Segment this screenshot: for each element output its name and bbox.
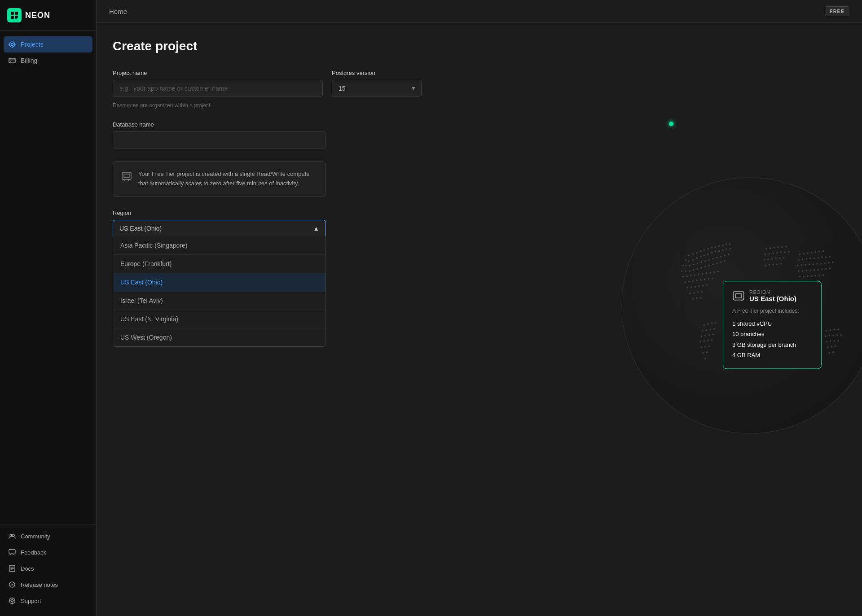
topbar-title: Home: [109, 8, 127, 15]
svg-point-103: [690, 286, 692, 288]
svg-rect-29: [124, 174, 129, 178]
billing-icon: [8, 57, 16, 65]
svg-point-141: [781, 246, 783, 248]
svg-point-139: [774, 247, 775, 249]
logo-text: NEON: [25, 11, 50, 20]
svg-point-151: [767, 258, 769, 260]
region-option-frankfurt[interactable]: Europe (Frankfurt): [113, 255, 325, 273]
svg-point-219: [802, 270, 804, 272]
sidebar-item-release-notes[interactable]: Release notes: [4, 577, 92, 593]
region-tooltip-features: 1 shared vCPU 10 branches 3 GB storage p…: [732, 319, 812, 361]
svg-point-193: [803, 253, 805, 255]
region-option-ohio[interactable]: US East (Ohio): [113, 273, 325, 292]
svg-point-80: [712, 263, 714, 265]
region-option-n-virginia[interactable]: US East (N. Virginia): [113, 310, 325, 328]
svg-point-224: [821, 269, 823, 271]
region-option-tel-aviv[interactable]: Israel (Tel Aviv): [113, 292, 325, 310]
community-icon: [8, 532, 16, 540]
sidebar-item-support[interactable]: Support: [4, 593, 92, 609]
database-name-input[interactable]: neondb: [113, 131, 326, 149]
svg-point-63: [697, 262, 699, 264]
svg-point-225: [825, 268, 827, 270]
svg-point-40: [711, 247, 713, 249]
svg-point-147: [780, 251, 782, 253]
svg-rect-259: [735, 294, 742, 298]
info-box: Your Free Tier project is created with a…: [113, 161, 326, 197]
svg-point-90: [705, 272, 707, 274]
svg-point-198: [822, 250, 824, 252]
svg-point-104: [695, 286, 696, 288]
database-name-label: Database name: [113, 121, 422, 128]
svg-point-251: [837, 340, 839, 341]
svg-point-13: [13, 534, 14, 536]
region-tooltip: Region US East (Ohio) A Free Tier projec…: [723, 281, 822, 369]
postgres-version-select[interactable]: 14 15 16: [332, 80, 422, 97]
svg-point-124: [704, 335, 706, 336]
sidebar-item-feedback[interactable]: Feedback: [4, 544, 92, 560]
svg-point-67: [712, 258, 714, 260]
sidebar-item-docs[interactable]: Docs: [4, 560, 92, 577]
svg-point-91: [709, 272, 711, 274]
svg-point-158: [772, 263, 774, 265]
region-tooltip-label: Region: [749, 289, 796, 295]
region-tooltip-desc: A Free Tier project includes:: [732, 308, 812, 314]
region-option-singapore[interactable]: Asia Pacific (Singapore): [113, 236, 325, 255]
svg-point-239: [826, 330, 827, 332]
sidebar-item-label-docs: Docs: [21, 565, 34, 572]
region-option-label: US East (Ohio): [120, 279, 163, 286]
svg-point-208: [797, 265, 799, 266]
tooltip-feature-3: 3 GB storage per branch: [732, 340, 812, 350]
svg-point-70: [724, 255, 726, 257]
svg-point-107: [706, 284, 708, 286]
svg-point-134: [702, 352, 704, 354]
svg-point-245: [832, 335, 834, 336]
svg-point-78: [704, 266, 706, 267]
svg-point-229: [807, 275, 809, 277]
region-dot: [669, 122, 673, 126]
region-option-oregon[interactable]: US West (Oregon): [113, 328, 325, 346]
topbar: Home FREE: [97, 0, 862, 23]
release-notes-icon: [8, 581, 16, 589]
svg-point-64: [700, 261, 702, 263]
svg-point-148: [784, 251, 786, 253]
svg-point-255: [828, 352, 830, 354]
region-tooltip-icon: [732, 290, 745, 302]
svg-point-212: [813, 263, 814, 265]
svg-point-87: [694, 274, 695, 276]
projects-icon: [8, 40, 16, 48]
svg-point-253: [831, 346, 832, 348]
svg-point-42: [718, 245, 720, 247]
svg-rect-28: [122, 172, 131, 179]
project-name-input[interactable]: [113, 80, 323, 97]
svg-point-54: [714, 251, 716, 253]
svg-point-242: [837, 328, 839, 330]
svg-point-117: [711, 323, 713, 324]
svg-point-53: [711, 252, 713, 253]
svg-point-203: [814, 258, 815, 259]
svg-point-12: [10, 534, 12, 536]
sidebar-item-billing[interactable]: Billing: [4, 52, 92, 69]
svg-point-153: [775, 258, 777, 259]
svg-point-46: [685, 259, 687, 261]
svg-point-96: [692, 280, 694, 282]
svg-point-85: [686, 275, 688, 277]
svg-point-92: [713, 271, 715, 273]
svg-point-93: [717, 271, 719, 273]
svg-point-36: [696, 252, 698, 253]
svg-point-221: [809, 270, 811, 271]
sidebar-item-label-billing: Billing: [21, 57, 37, 64]
svg-point-135: [706, 351, 708, 353]
svg-point-209: [800, 264, 802, 266]
svg-point-61: [689, 265, 690, 266]
sidebar-bottom: Community Feedback Docs: [0, 524, 96, 616]
svg-point-50: [700, 256, 702, 258]
sidebar-item-label-support: Support: [21, 598, 41, 604]
svg-point-152: [771, 258, 773, 260]
sidebar-item-projects[interactable]: Projects: [4, 36, 92, 52]
svg-rect-11: [10, 61, 11, 62]
region-select-display[interactable]: US East (Ohio) ▲: [113, 220, 326, 236]
svg-point-241: [834, 328, 836, 330]
sidebar-item-community[interactable]: Community: [4, 528, 92, 544]
form-area: Create project Project name Resources ar…: [97, 23, 438, 616]
svg-point-81: [716, 262, 718, 264]
